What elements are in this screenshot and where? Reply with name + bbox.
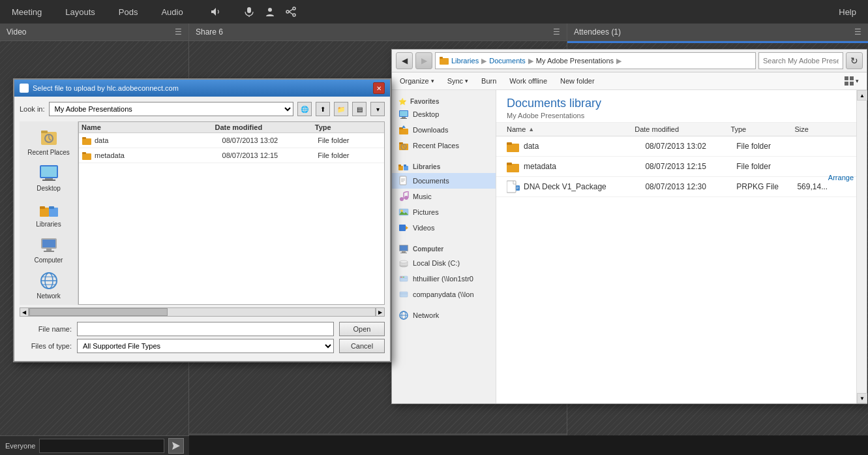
sync-button[interactable]: Sync ▾ bbox=[445, 76, 471, 86]
dialog-main-area: Recent Places Desktop bbox=[20, 121, 385, 305]
nav-up-button[interactable]: ⬆ bbox=[316, 102, 330, 116]
chat-send-button[interactable] bbox=[168, 438, 184, 454]
attendees-menu-icon[interactable]: ☰ bbox=[854, 27, 861, 37]
sidebar-item-recent[interactable]: Recent Places bbox=[22, 124, 75, 159]
nav-web-button[interactable]: 🌐 bbox=[297, 102, 312, 116]
exp-scroll-track[interactable] bbox=[857, 101, 867, 393]
file-row-data[interactable]: data 08/07/2013 13:02 File folder bbox=[79, 133, 384, 148]
exp-col-size-header[interactable]: Size bbox=[795, 125, 846, 133]
nav-local-disk[interactable]: Local Disk (C:) bbox=[392, 255, 496, 271]
col-name[interactable]: Name bbox=[82, 123, 215, 131]
look-in-select[interactable]: My Adobe Presentations bbox=[49, 102, 293, 116]
file-row-metadata[interactable]: metadata 08/07/2013 12:15 File folder bbox=[79, 148, 384, 163]
menu-help[interactable]: Help bbox=[833, 5, 861, 20]
explorer-scrollbar[interactable]: ▲ ▼ bbox=[856, 90, 867, 403]
nav-recent-places[interactable]: Recent Places bbox=[392, 138, 496, 153]
burn-button[interactable]: Burn bbox=[479, 76, 499, 86]
explorer-forward-button[interactable]: ▶ bbox=[415, 52, 432, 69]
explorer-refresh-button[interactable]: ↻ bbox=[846, 52, 863, 69]
favorites-header[interactable]: ⭐ Favorites bbox=[392, 95, 496, 106]
scroll-left[interactable]: ◀ bbox=[20, 307, 29, 317]
svg-rect-91 bbox=[507, 181, 516, 193]
svg-rect-54 bbox=[398, 165, 401, 166]
libraries-header[interactable]: Libraries bbox=[392, 159, 496, 173]
nav-network[interactable]: Network bbox=[392, 307, 496, 323]
explorer-search-input[interactable] bbox=[758, 52, 843, 69]
cancel-button[interactable]: Cancel bbox=[339, 339, 385, 353]
sidebar-item-desktop[interactable]: Desktop bbox=[22, 160, 75, 195]
breadcrumb-libraries[interactable]: Libraries bbox=[451, 57, 479, 65]
menu-audio[interactable]: Audio bbox=[156, 5, 188, 20]
nav-hthuillier[interactable]: hthuillier (\\lon1str0 bbox=[392, 271, 496, 287]
open-button[interactable]: Open bbox=[339, 322, 385, 336]
nav-network-label: Network bbox=[413, 311, 439, 319]
svg-rect-0 bbox=[247, 7, 251, 13]
filename-input[interactable] bbox=[77, 322, 334, 336]
nav-companydata[interactable]: companydata (\\lon bbox=[392, 287, 496, 302]
new-folder-button[interactable]: New folder bbox=[558, 76, 597, 86]
menu-pods[interactable]: Pods bbox=[113, 5, 143, 20]
folder-icon bbox=[440, 56, 449, 65]
dialog-close-button[interactable]: ✕ bbox=[373, 82, 385, 94]
hscrollbar-thumb[interactable] bbox=[29, 308, 168, 316]
nav-desktop[interactable]: Desktop bbox=[392, 106, 496, 122]
nav-videos[interactable]: Videos bbox=[392, 220, 496, 236]
nav-pictures-label: Pictures bbox=[413, 208, 439, 216]
exp-file-type-dnadeck: PRPKG File bbox=[736, 182, 797, 191]
exp-file-row-metadata[interactable]: metadata 08/07/2013 12:15 File folder bbox=[496, 157, 856, 177]
share-header: Share 6 ☰ bbox=[189, 24, 567, 41]
video-panel-menu-icon[interactable]: ☰ bbox=[175, 27, 182, 37]
mic-icon-btn[interactable] bbox=[241, 5, 257, 18]
exp-col-type-header[interactable]: Type bbox=[730, 125, 794, 133]
work-offline-button[interactable]: Work offline bbox=[507, 76, 550, 86]
menu-meeting[interactable]: Meeting bbox=[7, 5, 47, 20]
svg-point-61 bbox=[400, 197, 404, 201]
svg-rect-10 bbox=[41, 131, 48, 133]
computer-header[interactable]: Computer bbox=[392, 241, 496, 255]
sidebar-item-libraries[interactable]: Libraries bbox=[22, 196, 75, 230]
nav-documents[interactable]: Documents bbox=[392, 173, 496, 189]
explorer-view-toggle[interactable]: ▾ bbox=[842, 75, 861, 87]
chat-input[interactable] bbox=[39, 439, 164, 453]
svg-point-76 bbox=[400, 260, 408, 263]
svg-rect-71 bbox=[400, 245, 408, 251]
hscrollbar-track[interactable] bbox=[29, 307, 376, 317]
horizontal-scrollbar[interactable]: ◀ ▶ bbox=[20, 307, 385, 317]
person-icon-btn[interactable] bbox=[262, 5, 278, 18]
breadcrumb-myadobepresentations[interactable]: My Adobe Presentations bbox=[536, 57, 614, 65]
menu-bar: Meeting Layouts Pods Audio Help bbox=[0, 0, 868, 24]
nav-view-button[interactable]: ▤ bbox=[352, 102, 367, 116]
explorer-back-button[interactable]: ◀ bbox=[396, 52, 413, 69]
scroll-right[interactable]: ▶ bbox=[376, 307, 385, 317]
exp-file-row-data[interactable]: data 08/07/2013 13:02 File folder bbox=[496, 136, 856, 157]
share-icon-btn[interactable] bbox=[283, 5, 299, 18]
filetype-select[interactable]: All Supported File Types bbox=[77, 339, 334, 353]
exp-scroll-up[interactable]: ▲ bbox=[857, 90, 867, 101]
sort-arrow: ▲ bbox=[528, 126, 534, 133]
sidebar-item-network[interactable]: Network bbox=[22, 268, 75, 302]
video-panel-title: Video bbox=[7, 27, 26, 37]
nav-music[interactable]: Music bbox=[392, 189, 496, 204]
file-dialog: Select file to upload by hlc.adobeconnec… bbox=[13, 78, 391, 362]
exp-col-name-header[interactable]: Name ▲ bbox=[507, 125, 635, 133]
exp-file-row-dnadeck[interactable]: P DNA Deck V1_Package 08/07/2013 12:30 P… bbox=[496, 177, 856, 197]
exp-col-date-header[interactable]: Date modified bbox=[635, 125, 730, 133]
arrange-link[interactable]: Arrange bbox=[828, 174, 854, 181]
explorer-address-bar[interactable]: Libraries ▶ Documents ▶ My Adobe Present… bbox=[435, 52, 756, 69]
nav-pictures[interactable]: Pictures bbox=[392, 204, 496, 220]
filetype-row: Files of type: All Supported File Types … bbox=[20, 339, 385, 353]
nav-downloads[interactable]: Downloads bbox=[392, 122, 496, 138]
svg-rect-44 bbox=[400, 111, 408, 116]
exp-scroll-down[interactable]: ▼ bbox=[857, 393, 867, 403]
breadcrumb-documents[interactable]: Documents bbox=[489, 57, 526, 65]
svg-point-79 bbox=[400, 277, 402, 278]
share-panel-menu-icon[interactable]: ☰ bbox=[553, 27, 560, 37]
filename-label: File name: bbox=[20, 325, 72, 333]
speaker-icon-btn[interactable] bbox=[208, 5, 236, 18]
menu-layouts[interactable]: Layouts bbox=[60, 5, 100, 20]
sidebar-item-computer[interactable]: Computer bbox=[22, 232, 75, 266]
svg-point-80 bbox=[402, 277, 403, 278]
organize-button[interactable]: Organize ▾ bbox=[397, 76, 437, 86]
nav-new-folder-button[interactable]: 📁 bbox=[334, 102, 348, 116]
nav-view-dropdown[interactable]: ▾ bbox=[370, 102, 385, 116]
